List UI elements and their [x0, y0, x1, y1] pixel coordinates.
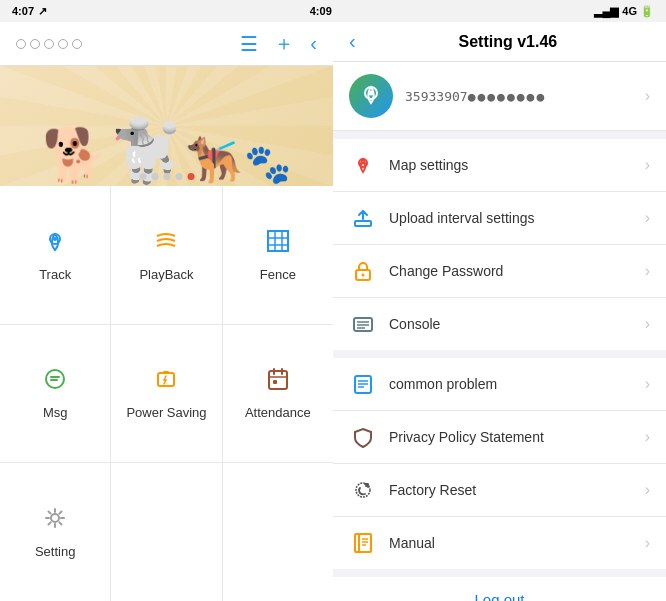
svg-rect-14: [273, 380, 277, 384]
device-chevron: ›: [645, 87, 650, 105]
dot-2: [30, 39, 40, 49]
grid-item-fence[interactable]: Fence: [223, 186, 333, 324]
svg-rect-10: [269, 371, 287, 389]
device-id: 35933907●●●●●●●●: [405, 89, 633, 104]
settings-item-manual[interactable]: Manual ›: [333, 517, 666, 569]
change-password-label: Change Password: [389, 263, 633, 279]
dot-3: [44, 39, 54, 49]
svg-point-15: [51, 514, 59, 522]
dot-1: [16, 39, 26, 49]
nav-dots: [16, 39, 82, 49]
svg-point-1: [53, 237, 57, 241]
power-saving-label: Power Saving: [126, 405, 206, 420]
reset-chevron: ›: [645, 481, 650, 499]
time-left: 4:07: [12, 5, 34, 17]
grid-item-power-saving[interactable]: Power Saving: [111, 325, 221, 463]
msg-label: Msg: [43, 405, 68, 420]
banner-dot-1: [139, 173, 146, 180]
attendance-icon: [265, 366, 291, 399]
grid-item-msg[interactable]: Msg: [0, 325, 110, 463]
fence-label: Fence: [260, 267, 296, 282]
settings-item-map[interactable]: Map settings ›: [333, 139, 666, 192]
feature-grid: Track PlayBack: [0, 186, 333, 601]
grid-item-playback[interactable]: PlayBack: [111, 186, 221, 324]
console-icon: [349, 310, 377, 338]
list-icon[interactable]: ☰: [240, 32, 258, 56]
settings-item-console[interactable]: Console ›: [333, 298, 666, 350]
power-saving-icon: [153, 366, 179, 399]
status-bar: 4:07 ↗ 4:09 ▂▄▆ 4G 🔋: [0, 0, 666, 22]
upload-interval-label: Upload interval settings: [389, 210, 633, 226]
banner-dot-2: [151, 173, 158, 180]
factory-reset-label: Factory Reset: [389, 482, 633, 498]
settings-item-privacy[interactable]: Privacy Policy Statement ›: [333, 411, 666, 464]
playback-icon: [153, 228, 179, 261]
svg-rect-20: [355, 221, 371, 226]
factory-reset-icon: [349, 476, 377, 504]
manual-label: Manual: [389, 535, 633, 551]
back-icon[interactable]: ‹: [310, 32, 317, 55]
console-chevron: ›: [645, 315, 650, 333]
grid-item-empty1: [111, 463, 221, 601]
left-nav: ☰ ＋ ‹: [0, 22, 333, 66]
signal-arrow: ↗: [38, 5, 47, 18]
status-center-time: 4:09: [310, 5, 332, 17]
dot-5: [72, 39, 82, 49]
common-problem-icon: [349, 370, 377, 398]
svg-rect-9: [163, 371, 169, 374]
map-settings-icon: [349, 151, 377, 179]
problem-chevron: ›: [645, 375, 650, 393]
svg-point-19: [362, 162, 365, 165]
banner-dot-5: [187, 173, 194, 180]
dog-1: 🐕: [42, 125, 107, 186]
banner-page-dots: [139, 173, 194, 180]
upload-icon: [349, 204, 377, 232]
banner-dot-3: [163, 173, 170, 180]
svg-point-17: [369, 91, 374, 96]
banner: 🐕 🐩 🐕‍🦺 🐾: [0, 66, 333, 186]
logout-text[interactable]: Log out: [474, 591, 524, 601]
network-type: 4G 🔋: [622, 5, 654, 18]
track-icon: [42, 228, 68, 261]
svg-rect-2: [268, 231, 288, 251]
privacy-chevron: ›: [645, 428, 650, 446]
banner-dot-4: [175, 173, 182, 180]
dog-3: 🐕‍🦺: [186, 133, 242, 186]
settings-section-more: common problem › Privacy Policy Statemen…: [333, 358, 666, 569]
left-panel: ☰ ＋ ‹ 🐕 🐩 🐕‍🦺 🐾: [0, 22, 333, 601]
settings-item-reset[interactable]: Factory Reset ›: [333, 464, 666, 517]
setting-label: Setting: [35, 544, 75, 559]
common-problem-label: common problem: [389, 376, 633, 392]
track-label: Track: [39, 267, 71, 282]
settings-item-upload[interactable]: Upload interval settings ›: [333, 192, 666, 245]
back-button[interactable]: ‹: [349, 30, 356, 53]
attendance-label: Attendance: [245, 405, 311, 420]
device-avatar: [349, 74, 393, 118]
playback-label: PlayBack: [139, 267, 193, 282]
grid-item-track[interactable]: Track: [0, 186, 110, 324]
nav-icons: ☰ ＋ ‹: [240, 30, 317, 57]
grid-item-empty2: [223, 463, 333, 601]
settings-title: Setting v1.46: [366, 33, 650, 51]
add-icon[interactable]: ＋: [274, 30, 294, 57]
password-chevron: ›: [645, 262, 650, 280]
status-right: ▂▄▆ 4G 🔋: [594, 5, 654, 18]
app-container: ☰ ＋ ‹ 🐕 🐩 🐕‍🦺 🐾: [0, 22, 666, 601]
privacy-policy-label: Privacy Policy Statement: [389, 429, 633, 445]
map-settings-chevron: ›: [645, 156, 650, 174]
grid-item-attendance[interactable]: Attendance: [223, 325, 333, 463]
settings-item-problem[interactable]: common problem ›: [333, 358, 666, 411]
settings-section-main: Map settings › Upload interval settings …: [333, 139, 666, 350]
right-panel: ‹ Setting v1.46 35933907●●●●●●●● ›: [333, 22, 666, 601]
settings-item-password[interactable]: Change Password ›: [333, 245, 666, 298]
console-label: Console: [389, 316, 633, 332]
signal-bars: ▂▄▆: [594, 5, 618, 18]
grid-item-setting[interactable]: Setting: [0, 463, 110, 601]
upload-chevron: ›: [645, 209, 650, 227]
privacy-icon: [349, 423, 377, 451]
logout-section[interactable]: Log out: [333, 577, 666, 601]
status-left: 4:07 ↗: [12, 5, 47, 18]
banner-dogs: 🐕 🐩 🐕‍🦺 🐾: [42, 86, 291, 186]
password-icon: [349, 257, 377, 285]
device-row[interactable]: 35933907●●●●●●●● ›: [333, 62, 666, 131]
